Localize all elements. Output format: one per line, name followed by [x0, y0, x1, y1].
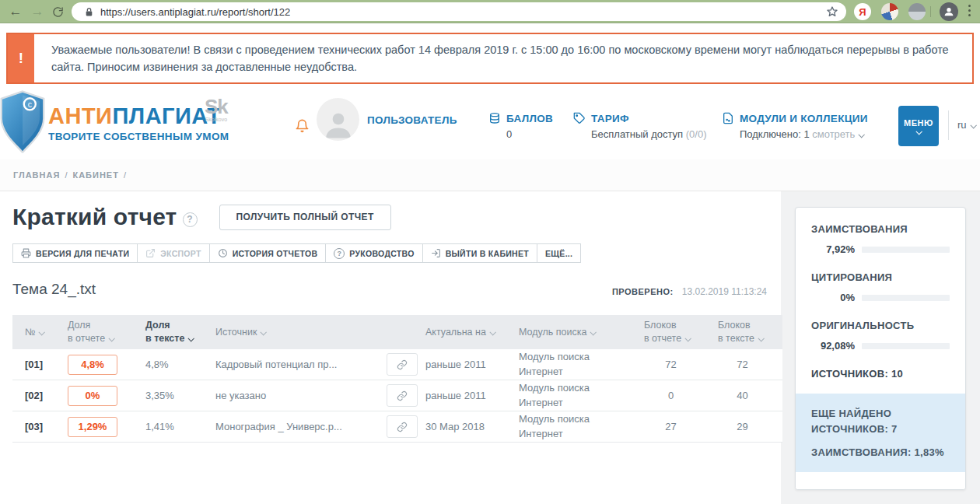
notifications-bell-icon[interactable]: [295, 118, 310, 133]
more-button[interactable]: ЕЩЁ...: [537, 243, 581, 263]
modules-link[interactable]: МОДУЛИ И КОЛЛЕКЦИИ: [722, 112, 868, 124]
language-selector[interactable]: ru: [957, 119, 975, 131]
print-version-button[interactable]: ВЕРСИЯ ДЛЯ ПЕЧАТИ: [12, 243, 138, 263]
browser-menu-icon[interactable]: [968, 5, 971, 16]
originality-label: ОРИГИНАЛЬНОСТЬ: [811, 320, 950, 331]
refresh-icon[interactable]: [48, 2, 67, 21]
report-pane: Краткий отчет ? ПОЛУЧИТЬ ПОЛНЫЙ ОТЧЕТ ВЕ…: [12, 191, 781, 443]
cell-share-report: 0%: [68, 386, 145, 406]
link-icon: [397, 359, 408, 370]
cell-link: [387, 384, 425, 407]
antiplagiat-shield-logo[interactable]: c: [0, 90, 45, 154]
maintenance-banner: ! Уважаемые пользователи! В связи с пров…: [6, 33, 974, 84]
banner-text: Уважаемые пользователи! В связи с провед…: [51, 41, 954, 76]
breadcrumb-cabinet[interactable]: КАБИНЕТ: [72, 170, 118, 180]
column-header-number[interactable]: №: [12, 326, 68, 339]
help-icon[interactable]: ?: [183, 212, 198, 227]
browser-profile-icon[interactable]: [940, 2, 958, 21]
source-link-button[interactable]: [387, 415, 418, 438]
export-button[interactable]: ЭКСПОРТ: [137, 243, 209, 263]
yandex-extension-icon[interactable]: Я: [854, 3, 871, 20]
full-report-button[interactable]: ПОЛУЧИТЬ ПОЛНЫЙ ОТЧЕТ: [219, 205, 391, 230]
cell-share-report: 4,8%: [68, 355, 145, 375]
modules-view-link[interactable]: смотреть: [812, 128, 863, 140]
divider: [948, 110, 949, 140]
points-link[interactable]: БАЛЛОВ: [488, 112, 553, 124]
modules-label: МОДУЛИ И КОЛЛЕКЦИИ: [740, 113, 868, 124]
clock-icon: [218, 248, 228, 258]
exit-to-cabinet-button[interactable]: ВЫЙТИ В КАБИНЕТ: [422, 243, 537, 263]
row-number: [01]: [12, 359, 68, 370]
svg-text:c: c: [28, 100, 32, 109]
avatar[interactable]: [317, 98, 359, 141]
source-link-button[interactable]: [387, 384, 418, 407]
extension-icon[interactable]: [881, 3, 898, 20]
screen: ← → https://users.antiplagiat.ru/report/…: [0, 0, 980, 504]
export-icon: [145, 248, 156, 258]
chevron-down-icon: [970, 122, 976, 128]
cell-link: [387, 415, 425, 438]
forward-icon[interactable]: →: [28, 2, 47, 21]
cell-source: не указано: [215, 390, 387, 401]
back-icon[interactable]: ←: [6, 2, 25, 21]
more-found-box: ЕЩЕ НАЙДЕНО ИСТОЧНИКОВ: 7 ЗАИМСТВОВАНИЯ:…: [796, 394, 965, 472]
report-summary-card: ЗАИМСТВОВАНИЯ 7,92% ЦИТИРОВАНИЯ 0% ОРИГИ…: [795, 207, 966, 490]
modules-icon: [722, 112, 734, 124]
originality-bar: 92,08%: [811, 340, 950, 352]
more-sources-label: ИСТОЧНИКОВ:: [811, 423, 888, 435]
lock-icon: [84, 7, 94, 17]
cell-source: Монография _ Универс.р...: [215, 421, 387, 432]
address-bar[interactable]: https://users.antiplagiat.ru/report/shor…: [72, 2, 846, 21]
bookmark-star-icon[interactable]: [826, 5, 838, 18]
antiplagiat-wordmark[interactable]: АНТИПЛАГИАТ ТВОРИТЕ СОБСТВЕННЫМ УМОМ: [48, 104, 229, 142]
tariff-quota: (0/0): [686, 128, 707, 140]
guide-button[interactable]: ? РУКОВОДСТВО: [325, 243, 422, 263]
column-header-module[interactable]: Модуль поиска: [519, 326, 639, 339]
warning-icon: !: [8, 34, 34, 82]
tariff-link[interactable]: ТАРИФ: [573, 112, 707, 124]
menu-button[interactable]: МЕНЮ: [898, 106, 939, 146]
cell-link: [387, 353, 425, 376]
breadcrumb-home[interactable]: ГЛАВНАЯ: [13, 170, 60, 180]
more-borrowings-value: 1,83%: [915, 446, 944, 458]
row-number: [03]: [12, 421, 68, 432]
column-header-actual[interactable]: Актуальна на: [425, 326, 519, 339]
cell-blocks-report: 0: [639, 390, 713, 401]
share-report-badge: 0%: [68, 386, 117, 406]
tariff-label: ТАРИФ: [591, 113, 629, 124]
cell-blocks-report: 72: [639, 359, 713, 370]
cell-actual: раньше 2011: [425, 359, 519, 370]
right-rail: ЗАИМСТВОВАНИЯ 7,92% ЦИТИРОВАНИЯ 0% ОРИГИ…: [781, 191, 980, 504]
page-title: Краткий отчет: [12, 204, 177, 230]
column-header-share-report[interactable]: Доляв отчете: [68, 319, 145, 345]
borrowings-bar: 7,92%: [811, 243, 950, 255]
source-link-button[interactable]: [387, 353, 418, 376]
column-header-blocks-text[interactable]: Блоковв тексте: [713, 319, 782, 345]
column-header-source[interactable]: Источник: [215, 326, 387, 339]
cell-share-text: 3,35%: [145, 390, 215, 401]
document-name: Тема 24_.txt: [12, 281, 96, 297]
extension-icon[interactable]: [908, 3, 926, 20]
tariff-value: Бесплатный доступ (0/0): [591, 128, 707, 140]
report-history-button[interactable]: ИСТОРИЯ ОТЧЕТОВ: [209, 243, 327, 263]
citations-bar: 0%: [811, 292, 950, 303]
table-header: № Доляв отчете Доляв тексте Источник Акт…: [12, 315, 782, 349]
breadcrumb: ГЛАВНАЯ/ КАБИНЕТ/: [0, 159, 980, 191]
column-header-share-text[interactable]: Доляв тексте: [145, 319, 215, 345]
modules-group: МОДУЛИ И КОЛЛЕКЦИИ Подключено: 1 смотрет…: [722, 112, 868, 140]
divider: [930, 6, 931, 17]
column-header-blocks-report[interactable]: Блоковв отчете: [639, 319, 713, 345]
more-sources-value: 7: [891, 423, 898, 435]
skolkovo-logo: Sk Skolkovo: [205, 95, 228, 122]
coins-icon: [488, 112, 501, 124]
toolbar: ВЕРСИЯ ДЛЯ ПЕЧАТИ ЭКСПОРТ ИСТОРИЯ ОТЧЕТО…: [12, 243, 781, 263]
site-header: c АНТИПЛАГИАТ ТВОРИТЕ СОБСТВЕННЫМ УМОМ S…: [0, 84, 980, 159]
user-menu[interactable]: ПОЛЬЗОВАТЕЛЬ: [367, 114, 457, 126]
table-row: [02] 0% 3,35% не указано раньше 2011 Мод…: [12, 380, 782, 411]
logo-tagline: ТВОРИТЕ СОБСТВЕННЫМ УМОМ: [48, 131, 229, 142]
link-icon: [397, 422, 408, 432]
modules-connected: Подключено: 1 смотреть: [740, 128, 868, 140]
cell-actual: 30 Мар 2018: [425, 421, 519, 432]
cell-share-text: 1,41%: [145, 421, 215, 432]
cell-module: Модуль поискаИнтернет: [519, 412, 639, 442]
